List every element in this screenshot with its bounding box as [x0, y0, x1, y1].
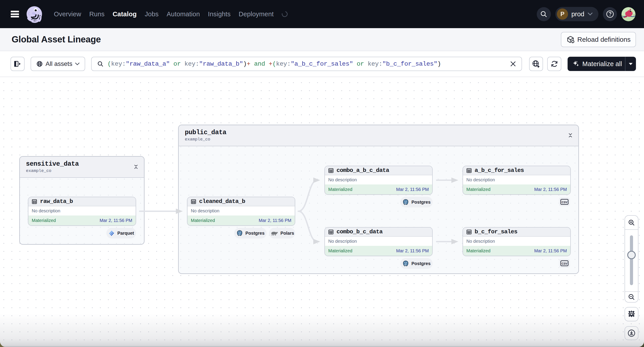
- svg-text:CSV: CSV: [562, 201, 567, 204]
- svg-text:CSV: CSV: [562, 262, 567, 265]
